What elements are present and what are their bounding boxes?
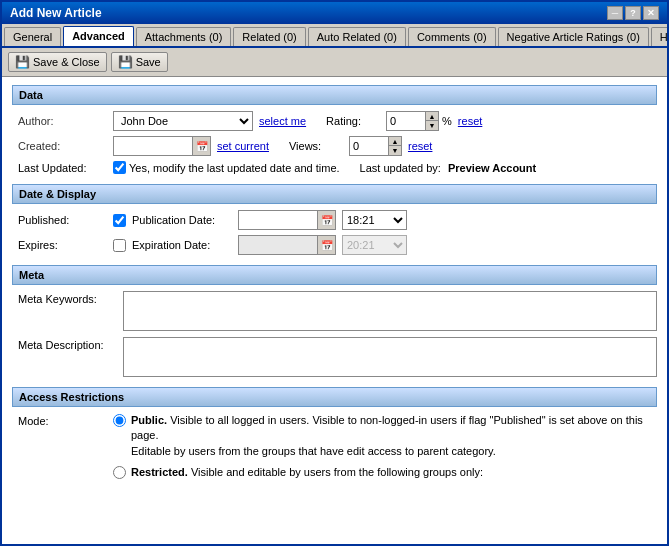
tab-auto-related[interactable]: Auto Related (0) (308, 27, 406, 46)
meta-description-label: Meta Description: (18, 337, 123, 351)
tab-related[interactable]: Related (0) (233, 27, 305, 46)
publication-date-input[interactable]: 2009-11-16 (238, 210, 318, 230)
save-close-button[interactable]: 💾 Save & Close (8, 52, 107, 72)
published-row: Published: Publication Date: 2009-11-16 … (12, 210, 657, 230)
mode-label: Mode: (18, 413, 113, 427)
data-section-header: Data (12, 85, 657, 105)
expiration-calendar-button[interactable]: 📅 (318, 235, 336, 255)
public-bold-label: Public. (131, 414, 167, 426)
save-button[interactable]: 💾 Save (111, 52, 168, 72)
last-updated-checkbox[interactable] (113, 161, 126, 174)
author-row: Author: John Doe select me Rating: 0 ▲ ▼… (12, 111, 657, 131)
meta-section-header: Meta (12, 265, 657, 285)
date-display-section: Date & Display Published: Publication Da… (12, 184, 657, 255)
rating-input[interactable]: 0 (386, 111, 426, 131)
tabs-bar: General Advanced Attachments (0) Related… (2, 24, 667, 48)
restricted-radio[interactable] (113, 466, 126, 479)
rating-up-arrow[interactable]: ▲ (426, 112, 438, 121)
restricted-text: Restricted. Visible and editable by user… (131, 465, 483, 480)
expiration-date-group: Expiration Date: 2009-11-16 📅 20:21 (132, 235, 407, 255)
views-reset-button[interactable]: reset (408, 140, 432, 152)
views-group: Views: 0 ▲ ▼ reset (289, 136, 432, 156)
meta-description-input[interactable] (123, 337, 657, 377)
created-date-group: 2009-11-16 📅 (113, 136, 211, 156)
public-radio[interactable] (113, 414, 126, 427)
created-calendar-button[interactable]: 📅 (193, 136, 211, 156)
created-label: Created: (18, 140, 113, 152)
expiration-date-input[interactable]: 2009-11-16 (238, 235, 318, 255)
rating-reset-button[interactable]: reset (458, 115, 482, 127)
restricted-description: Visible and editable by users from the f… (191, 466, 483, 478)
restricted-bold-label: Restricted. (131, 466, 188, 478)
main-window: Add New Article ─ ? ✕ General Advanced A… (0, 0, 669, 546)
last-updated-by-value: Preview Account (448, 162, 536, 174)
publication-date-group: Publication Date: 2009-11-16 📅 18:21 (132, 210, 407, 230)
tab-attachments[interactable]: Attachments (0) (136, 27, 232, 46)
last-updated-row: Last Updated: Yes, modify the last updat… (12, 161, 657, 174)
expires-label: Expires: (18, 239, 113, 251)
toolbar: 💾 Save & Close 💾 Save (2, 48, 667, 77)
views-spinner: 0 ▲ ▼ (349, 136, 402, 156)
rating-label: Rating: (326, 115, 386, 127)
author-select[interactable]: John Doe (113, 111, 253, 131)
pub-date-input-group: 2009-11-16 📅 (238, 210, 336, 230)
tab-advanced[interactable]: Advanced (63, 26, 134, 46)
views-input[interactable]: 0 (349, 136, 389, 156)
save-icon: 💾 (118, 55, 133, 69)
public-option: Public. Visible to all logged in users. … (113, 413, 657, 459)
restricted-option: Restricted. Visible and editable by user… (113, 465, 657, 480)
published-checkbox[interactable] (113, 214, 126, 227)
tab-negative-ratings[interactable]: Negative Article Ratings (0) (498, 27, 649, 46)
help-button[interactable]: ? (625, 6, 641, 20)
views-down-arrow[interactable]: ▼ (389, 146, 401, 155)
tab-general[interactable]: General (4, 27, 61, 46)
save-close-icon: 💾 (15, 55, 30, 69)
rating-down-arrow[interactable]: ▼ (426, 121, 438, 130)
author-label: Author: (18, 115, 113, 127)
expiration-date-label: Expiration Date: (132, 239, 232, 251)
publication-time-select[interactable]: 18:21 (342, 210, 407, 230)
mode-row: Mode: Public. Visible to all logged in u… (12, 413, 657, 487)
tab-comments[interactable]: Comments (0) (408, 27, 496, 46)
window-title: Add New Article (10, 6, 102, 20)
meta-keywords-label: Meta Keywords: (18, 291, 123, 305)
rating-spinner: 0 ▲ ▼ (386, 111, 439, 131)
expires-checkbox[interactable] (113, 239, 126, 252)
created-date-input[interactable]: 2009-11-16 (113, 136, 193, 156)
content-area: Data Author: John Doe select me Rating: … (2, 77, 667, 544)
date-display-header: Date & Display (12, 184, 657, 204)
views-label: Views: (289, 140, 349, 152)
window-controls: ─ ? ✕ (607, 6, 659, 20)
close-button[interactable]: ✕ (643, 6, 659, 20)
select-me-button[interactable]: select me (259, 115, 306, 127)
data-section: Data Author: John Doe select me Rating: … (12, 85, 657, 174)
views-arrows: ▲ ▼ (389, 136, 402, 156)
last-updated-by-section: Last updated by: Preview Account (360, 162, 537, 174)
views-up-arrow[interactable]: ▲ (389, 137, 401, 146)
published-label: Published: (18, 214, 113, 226)
exp-date-input-group: 2009-11-16 📅 (238, 235, 336, 255)
title-bar: Add New Article ─ ? ✕ (2, 2, 667, 24)
rating-group: Rating: 0 ▲ ▼ % reset (326, 111, 482, 131)
last-updated-checkbox-label: Yes, modify the last updated date and ti… (113, 161, 340, 174)
public-text: Public. Visible to all logged in users. … (131, 413, 657, 459)
meta-keywords-input[interactable] (123, 291, 657, 331)
publication-calendar-button[interactable]: 📅 (318, 210, 336, 230)
rating-unit: % (442, 115, 452, 127)
access-radio-options: Public. Visible to all logged in users. … (113, 413, 657, 487)
meta-section: Meta Meta Keywords: Meta Description: (12, 265, 657, 377)
expiration-time-select[interactable]: 20:21 (342, 235, 407, 255)
access-section: Access Restrictions Mode: Public. Visibl… (12, 387, 657, 487)
last-updated-label: Last Updated: (18, 162, 113, 174)
access-section-header: Access Restrictions (12, 387, 657, 407)
tab-history[interactable]: History (0) (651, 27, 669, 46)
expires-row: Expires: Expiration Date: 2009-11-16 📅 2… (12, 235, 657, 255)
rating-arrows: ▲ ▼ (426, 111, 439, 131)
set-current-button[interactable]: set current (217, 140, 269, 152)
public-description: Visible to all logged in users. Visible … (131, 414, 643, 457)
minimize-button[interactable]: ─ (607, 6, 623, 20)
created-row: Created: 2009-11-16 📅 set current Views:… (12, 136, 657, 156)
publication-date-label: Publication Date: (132, 214, 232, 226)
